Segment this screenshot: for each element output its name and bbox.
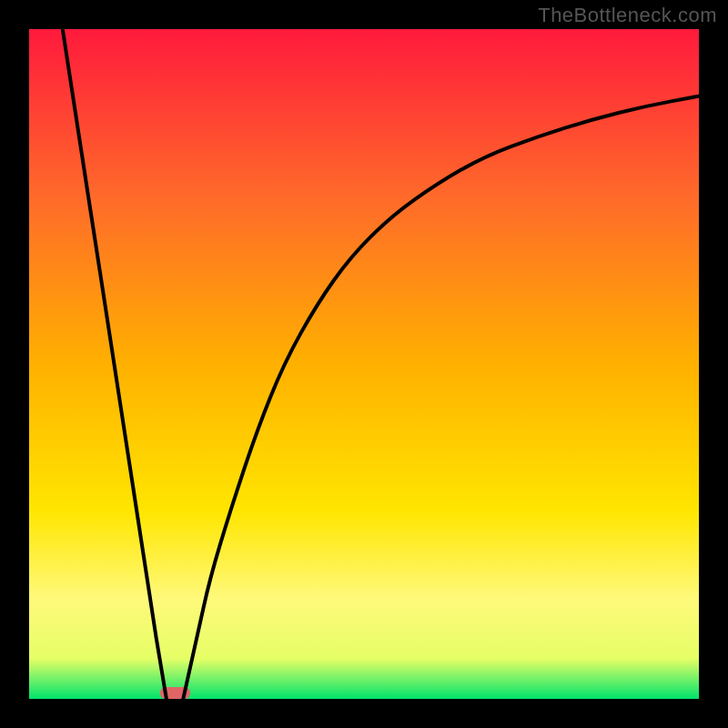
watermark-text: TheBottleneck.com xyxy=(538,4,717,27)
chart-stage: TheBottleneck.com xyxy=(0,0,728,728)
bottleneck-chart xyxy=(0,0,728,728)
plot-background xyxy=(29,29,699,699)
